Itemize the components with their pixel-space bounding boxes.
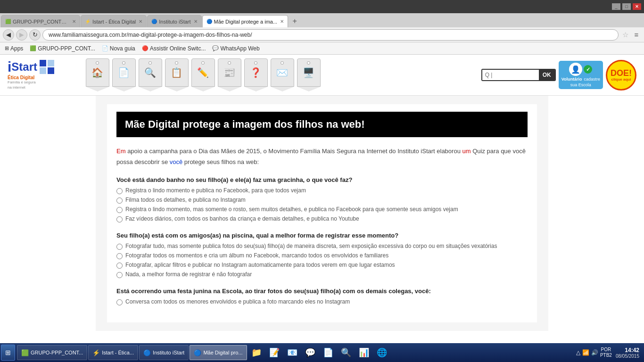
maximize-button[interactable]: □	[622, 3, 631, 10]
taskbar-ppt-icon[interactable]: 📊	[355, 345, 372, 360]
bookmark-whatsapp[interactable]: 💬 WhatsApp Web	[209, 44, 262, 53]
language-indicator: POR PTB2	[600, 347, 612, 358]
start-button[interactable]: ⊞	[1, 345, 15, 361]
tab4-label: Mãe Digital protege a ima...	[214, 19, 278, 25]
bookmark-grupo[interactable]: 🟩 GRUPO-PPP_CONT...	[27, 44, 98, 53]
option-3-1-label[interactable]: Conversa com todos os menores envolvidos…	[125, 298, 350, 305]
logo-squares	[40, 60, 55, 74]
radio-3-1[interactable]	[116, 299, 123, 305]
logo-familia: Família e segurana internet	[8, 80, 81, 90]
nav-tag-news[interactable]: 📰	[216, 58, 242, 91]
new-tab-button[interactable]: +	[288, 15, 301, 27]
tab-2[interactable]: ⚡ Istart - Ética Digital ✕	[81, 15, 147, 27]
nav-tag-search[interactable]: 🔍	[137, 58, 163, 91]
taskbar-skype-icon[interactable]: 💬	[302, 345, 319, 360]
radio-2-2[interactable]	[116, 253, 123, 259]
taskbar: ⊞ 🟩 GRUPO-PPP_CONT... ⚡ Istart - Ética..…	[0, 343, 644, 362]
tab1-favicon: 🟩	[5, 19, 11, 24]
taskbar-word2-icon[interactable]: 📄	[320, 345, 337, 360]
settings-icon[interactable]: ≡	[632, 30, 641, 40]
check-mark: ✓	[584, 65, 592, 74]
bookmark-assistir[interactable]: 🔴 Assistir Online Switc...	[139, 44, 209, 53]
nova-favicon: 📄	[102, 45, 108, 51]
option-2-1-label[interactable]: Fotografar tudo, mas somente publica fot…	[125, 243, 497, 249]
search-ok-button[interactable]: OK	[539, 70, 555, 80]
notification-icon[interactable]: △	[576, 349, 580, 356]
nav-tag-home[interactable]: 🏠	[84, 58, 110, 91]
volume-icon[interactable]: 🔊	[591, 349, 598, 356]
tab4-favicon: 🔵	[206, 19, 212, 24]
taskbar-item-2[interactable]: ⚡ Istart - Ética...	[88, 345, 138, 360]
nav-tag-pen[interactable]: ✏️	[190, 58, 216, 91]
radio-1-1[interactable]	[116, 188, 123, 194]
radio-2-3[interactable]	[116, 263, 123, 269]
bookmark-star[interactable]: ☆	[620, 30, 630, 40]
article-intro: Em apoio a campanha para o Dia das Mães …	[116, 146, 528, 168]
address-bar[interactable]: www.familiamaissegura.com.br/mae-digital…	[42, 29, 619, 41]
radio-1-2[interactable]	[116, 197, 123, 204]
nav-tag-doc[interactable]: 📄	[111, 58, 137, 91]
radio-1-4[interactable]	[116, 216, 123, 222]
tab3-label: Instituto iStart	[159, 19, 190, 25]
search-input[interactable]	[482, 70, 539, 80]
page-content: i Start Ética Digital Família e segurana…	[0, 55, 644, 343]
taskbar-icon-3: 🔵	[143, 349, 151, 356]
taskbar-search-icon[interactable]: 🔍	[338, 345, 355, 360]
option-2-4: Nada, a melhor forma de registrar é não …	[116, 271, 528, 278]
taskbar-icon-1: 🟩	[21, 349, 29, 356]
tab1-label: GRUPO-PPP_CONTROLE...	[13, 19, 69, 25]
volunteer-label: Voluntário	[561, 77, 582, 82]
taskbar-item-3[interactable]: 🔵 Instituto iStart	[139, 345, 189, 360]
nav-tag-clip[interactable]: 📋	[164, 58, 190, 91]
taskbar-file-explorer[interactable]: 📁	[248, 345, 265, 360]
bookmark-apps[interactable]: ⊞ Apps	[2, 44, 26, 53]
option-1-3-label[interactable]: Registra o lindo momento, mas somente o …	[125, 206, 458, 213]
nav-tag-monitor[interactable]: 🖥️	[296, 58, 322, 91]
close-button[interactable]: ✕	[633, 3, 641, 10]
donate-button[interactable]: DOE! clique aqui	[606, 60, 636, 90]
nav-tag-help[interactable]: ❓	[243, 58, 269, 91]
option-2-3-label[interactable]: Fotografar, aplicar filtros e publicar n…	[125, 262, 395, 268]
back-button[interactable]: ◀	[3, 29, 14, 41]
radio-1-3[interactable]	[116, 207, 123, 213]
website-wrapper: i Start Ética Digital Família e segurana…	[0, 55, 644, 343]
doe-label: DOE!	[611, 69, 632, 77]
taskbar-ie-icon[interactable]: 🌐	[373, 345, 390, 360]
option-2-4-label[interactable]: Nada, a melhor forma de registrar é não …	[125, 271, 252, 278]
tab2-favicon: ⚡	[85, 19, 91, 24]
tab-3[interactable]: 🔵 Instituto iStart ✕	[147, 15, 201, 27]
tab1-close[interactable]: ✕	[72, 19, 76, 24]
minimize-button[interactable]: _	[612, 3, 620, 10]
radio-2-4[interactable]	[116, 272, 123, 278]
main-content: Mãe Digital protege a imagem dos filhos …	[96, 96, 548, 331]
taskbar-item-1[interactable]: 🟩 GRUPO-PPP_CONT...	[17, 345, 87, 360]
volunteer-section[interactable]: 👤 ✓ Voluntário cadastre sua Escola	[559, 61, 603, 89]
network-icon[interactable]: 📶	[582, 349, 589, 356]
bookmark-nova[interactable]: 📄 Nova guia	[99, 44, 138, 53]
tab3-close[interactable]: ✕	[194, 19, 198, 24]
tab4-close[interactable]: ✕	[280, 19, 284, 24]
nav-tags: 🏠 📄 🔍	[84, 58, 478, 91]
tab-4[interactable]: 🔵 Mãe Digital protege a ima... ✕	[202, 15, 289, 27]
nav-bar: ◀ ▶ ↻ www.familiamaissegura.com.br/mae-d…	[0, 27, 644, 42]
taskbar-item-4[interactable]: 🔵 Mãe Digital pro...	[190, 345, 247, 360]
tabs-bar: 🟩 GRUPO-PPP_CONTROLE... ✕ ⚡ Istart - Éti…	[0, 13, 644, 27]
option-2-3: Fotografar, aplicar filtros e publicar n…	[116, 262, 528, 269]
tab2-close[interactable]: ✕	[139, 19, 142, 24]
nav-tag-mail[interactable]: ✉️	[269, 58, 295, 91]
option-2-2-label[interactable]: Fotografar todos os momentos e cria um á…	[125, 252, 388, 259]
radio-2-1[interactable]	[116, 244, 123, 250]
reload-button[interactable]: ↻	[29, 29, 41, 41]
option-1-1-label[interactable]: Registra o lindo momento e publica no Fa…	[125, 187, 306, 194]
option-2-1: Fotografar tudo, mas somente publica fot…	[116, 243, 528, 250]
option-1-1: Registra o lindo momento e publica no Fa…	[116, 187, 528, 194]
option-1-4-label[interactable]: Faz vídeos diários, com todos os banhos …	[125, 215, 359, 222]
title-bar: _ □ ✕	[0, 0, 644, 13]
tab-1[interactable]: 🟩 GRUPO-PPP_CONTROLE... ✕	[1, 15, 80, 27]
forward-button[interactable]: ▶	[16, 29, 27, 41]
taskbar-word-icon[interactable]: 📝	[266, 345, 283, 360]
taskbar-outlook-icon[interactable]: 📧	[284, 345, 301, 360]
address-text: www.familiamaissegura.com.br/mae-digital…	[49, 32, 252, 38]
option-1-2-label[interactable]: Filma todos os detalhes, e publica no In…	[125, 197, 246, 203]
sua-escola-label: sua Escola	[570, 82, 591, 87]
